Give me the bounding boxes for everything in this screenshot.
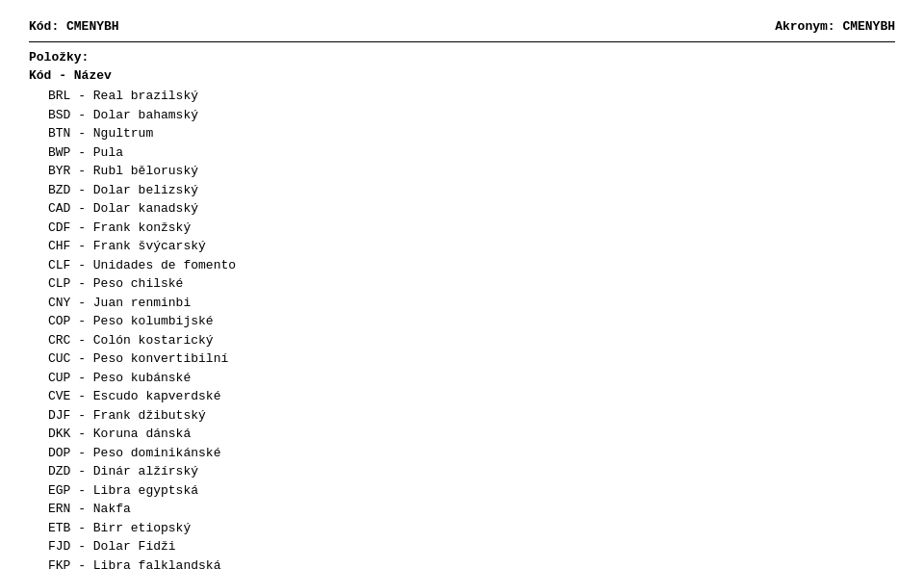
list-item: BZD - Dolar belizský [48, 181, 895, 200]
list-item: BRL - Real brazilský [48, 87, 895, 106]
section-title: Položky: [29, 50, 895, 65]
list-item: CLF - Unidades de fomento [48, 256, 895, 275]
list-item: CUP - Peso kubánské [48, 369, 895, 388]
list-item: CUC - Peso konvertibilní [48, 349, 895, 369]
list-item: DKK - Koruna dánská [48, 425, 895, 444]
list-item: DOP - Peso dominikánské [48, 444, 895, 463]
header-left: Kód: CMENYBH [29, 19, 119, 34]
list-item: BTN - Ngultrum [48, 124, 895, 143]
items-list: BRL - Real brazilskýBSD - Dolar bahamský… [48, 87, 895, 569]
list-item: CLP - Peso chilské [48, 274, 895, 294]
list-item: CNY - Juan renminbi [48, 294, 895, 313]
list-item: DZD - Dinár alžírský [48, 462, 895, 481]
list-item: ERN - Nakfa [48, 500, 895, 519]
column-header: Kód - Název [29, 68, 895, 83]
list-item: CRC - Colón kostarický [48, 331, 895, 350]
list-item: CAD - Dolar kanadský [48, 199, 895, 219]
list-item: CVE - Escudo kapverdské [48, 387, 895, 406]
list-item: CHF - Frank švýcarský [48, 237, 895, 256]
list-item: FKP - Libra falklandská [48, 556, 895, 570]
header-right: Akronym: CMENYBH [775, 19, 895, 34]
list-item: BYR - Rubl běloruský [48, 162, 895, 181]
list-item: COP - Peso kolumbijské [48, 312, 895, 331]
list-item: BSD - Dolar bahamský [48, 106, 895, 125]
list-item: ETB - Birr etiopský [48, 519, 895, 538]
list-item: CDF - Frank konžský [48, 219, 895, 238]
list-item: DJF - Frank džibutský [48, 406, 895, 426]
list-item: FJD - Dolar Fidži [48, 537, 895, 556]
list-item: BWP - Pula [48, 143, 895, 163]
header-divider [29, 41, 895, 42]
list-item: EGP - Libra egyptská [48, 481, 895, 501]
